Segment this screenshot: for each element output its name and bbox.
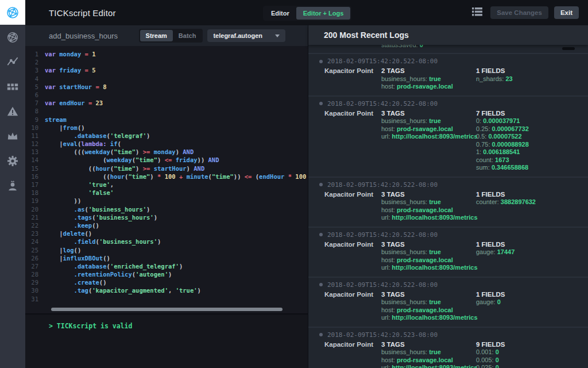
code-line: 28 .retentionPolicy('autogen') [25, 270, 308, 278]
sidebar-item-chronograf-home[interactable] [0, 0, 25, 25]
fields-count: 9 FIELDS [476, 341, 588, 349]
log-entry: 2018-02-09T15:42:20.523-08:00Kapacitor P… [308, 327, 588, 368]
code-line: 23 |delete() [25, 229, 308, 237]
key-value: gauge: 17447 [476, 248, 588, 256]
fields-column: 1 FIELDSgauge: 0 [476, 291, 588, 322]
log-entry: 2018-02-09T15:42:20.522-08:00Kapacitor P… [308, 95, 588, 177]
key-value: 0.75: 0.000088928 [476, 141, 588, 149]
horizontal-scrollbar[interactable] [51, 308, 283, 311]
database-dropdown[interactable]: telegraf.autogen [207, 29, 285, 42]
code-line: 4 [25, 75, 308, 83]
tags-count: 2 TAGS [381, 67, 476, 75]
chronograf-logo-icon [6, 6, 20, 20]
log-source-label: Kapacitor Point [324, 341, 381, 368]
key-value: business_hours: true [381, 117, 476, 125]
line-number: 5 [25, 83, 45, 91]
line-number: 18 [25, 189, 45, 197]
line-number: 22 [25, 221, 45, 229]
log-entry-body: Kapacitor Point3 TAGSbusiness_hours: tru… [308, 341, 588, 368]
code-line: 9stream [25, 116, 308, 124]
code-text: .tag('kapacitor_augmented', 'true') [45, 286, 201, 294]
save-changes-button[interactable]: Save Changes [490, 6, 548, 19]
sidebar-item-admin-user[interactable] [0, 173, 25, 198]
line-number: 7 [25, 99, 45, 107]
code-line: 22 .keep() [25, 221, 308, 229]
sidebar-item-alerts[interactable] [0, 99, 25, 124]
code-line: 12 |eval(lambda: if( [25, 140, 308, 148]
line-number: 12 [25, 140, 45, 148]
log-source-label: Kapacitor Point [324, 191, 381, 222]
code-text: .field('business_hours') [45, 237, 161, 246]
log-timestamp-row: 2018-02-09T15:42:20.523-08:00 [308, 331, 588, 339]
log-list-icon[interactable] [472, 7, 482, 18]
code-text: var friday = 5 [45, 66, 96, 74]
crown-icon [6, 130, 19, 143]
tags-column: 2 TAGSbusiness_hours: truehost: prod-rsa… [381, 67, 476, 91]
tab-editor-logs[interactable]: Editor + Logs [296, 7, 351, 20]
tags-column: 3 TAGSbusiness_hours: truehost: prod-rsa… [381, 291, 476, 322]
exit-button[interactable]: Exit [554, 6, 579, 19]
line-number: 26 [25, 254, 45, 262]
key-value: 0: 0.000037971 [476, 117, 588, 125]
log-timestamp: 2018-02-09T15:42:20.522-08:00 [327, 100, 438, 108]
log-list[interactable]: statusSaved: 0 2018-02-09T15:42:20.522-0… [308, 45, 588, 368]
log-source-label: Kapacitor Point [324, 241, 381, 272]
code-text: .database('enriched_telegraf') [45, 262, 183, 270]
key-value: 0.5: 0.00007522 [476, 133, 588, 141]
key-value: business_hours: true [381, 348, 476, 356]
line-number: 2 [25, 58, 45, 66]
code-text: var monday = 1 [45, 50, 96, 58]
log-level-dot-icon [319, 183, 323, 186]
gear-icon [6, 155, 19, 167]
sidebar-item-dashboards[interactable] [0, 74, 25, 99]
sidebar-item-configuration[interactable] [0, 148, 25, 173]
code-text: 'true', [45, 181, 114, 189]
log-source-label: Kapacitor Point [324, 110, 381, 172]
key-value: business_hours: true [381, 198, 476, 206]
line-number: 13 [25, 148, 45, 156]
toggle-batch[interactable]: Batch [173, 30, 202, 41]
log-entries: 2018-02-09T15:42:20.522-08:00Kapacitor P… [308, 53, 588, 368]
line-number: 21 [25, 213, 45, 221]
code-line: 25 |log() [25, 246, 308, 254]
log-timestamp: 2018-02-09T15:42:20.522-08:00 [327, 181, 438, 189]
sidebar-item-admin-crown[interactable] [0, 124, 25, 148]
toggle-stream[interactable]: Stream [140, 30, 173, 41]
line-number: 30 [25, 286, 45, 294]
code-text: var endHour = 23 [45, 99, 103, 107]
logs-scrollbar-thumb[interactable] [562, 47, 575, 50]
log-level-dot-icon [319, 333, 323, 336]
line-number: 9 [25, 116, 45, 124]
tags-count: 3 TAGS [381, 241, 476, 249]
line-number: 17 [25, 181, 45, 189]
page-title: TICKscript Editor [49, 8, 116, 18]
key-value: sum: 0.346658868 [476, 164, 588, 172]
sidebar-item-hosts[interactable] [0, 25, 25, 49]
clipped-field: statusSaved: 0 [381, 45, 423, 49]
editor-status-bar: > TICKscript is valid [25, 313, 308, 368]
code-editor[interactable]: 1var monday = 123var friday = 545var sta… [25, 46, 308, 313]
code-line: 1var monday = 1 [25, 50, 308, 58]
code-line: 19 )) [25, 197, 308, 205]
tab-editor[interactable]: Editor [264, 7, 296, 20]
key-value: url: http://localhost:8093/metrics [381, 133, 476, 141]
log-timestamp-row: 2018-02-09T15:42:20.522-08:00 [308, 57, 588, 65]
key-value: host: prod-rsavage.local [381, 206, 476, 214]
line-number: 4 [25, 75, 45, 83]
log-entry: 2018-02-09T15:42:20.522-08:00Kapacitor P… [308, 177, 588, 227]
fields-column: 1 FIELDSn_shards: 23 [476, 67, 588, 91]
sidebar-item-data-explorer[interactable] [0, 49, 25, 74]
log-level-dot-icon [319, 233, 323, 236]
code-line: 5var startHour = 8 [25, 83, 308, 91]
code-text: .tags('business_hours') [45, 213, 157, 221]
key-value: url: http://localhost:8093/metrics [381, 214, 476, 222]
tags-count: 3 TAGS [381, 291, 476, 299]
key-value: host: prod-rsavage.local [381, 256, 476, 264]
code-line: 30 .tag('kapacitor_augmented', 'true') [25, 286, 308, 294]
key-value: 0.001: 0 [476, 348, 588, 356]
code-line: 24 .field('business_hours') [25, 237, 308, 246]
log-timestamp-row: 2018-02-09T15:42:20.522-08:00 [308, 100, 588, 108]
code-line: 13 (((weekday("time") >= monday) AND [25, 148, 308, 156]
code-text: .retentionPolicy('autogen') [45, 270, 172, 278]
code-line: 20 .as('business_hours') [25, 205, 308, 213]
